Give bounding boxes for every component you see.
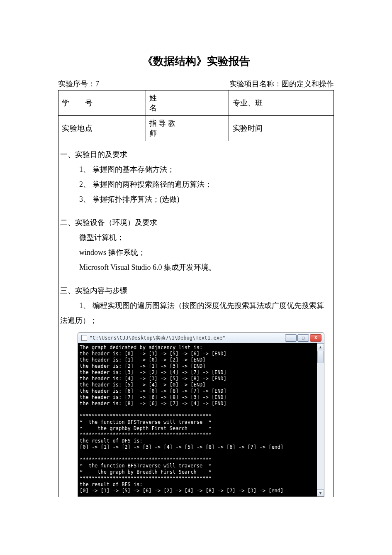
section-3-line-2: 法遍历）；: [60, 313, 332, 328]
chevron-down-icon: ▼: [319, 489, 321, 497]
section-2-heading: 二、实验设备（环境）及要求: [60, 215, 332, 230]
table-row: 实验地点 指导教师 实验时间: [58, 116, 334, 141]
scroll-down-button[interactable]: ▼: [317, 489, 324, 496]
maximize-button[interactable]: □: [297, 334, 309, 342]
section-3-line-1: 1、 编程实现图的遍历图算法（按图的深度优先搜索算法或广度优先搜索算: [60, 298, 332, 313]
console-window: "C:\Users\CJJ\Desktop\实验7\1\Debug\Text1.…: [78, 332, 324, 497]
section-1-item-1: 1、 掌握图的基本存储方法；: [60, 162, 332, 177]
maximize-icon: □: [302, 334, 304, 342]
seq-label: 实验序号：: [58, 80, 95, 88]
section-2-line-1: 微型计算机；: [60, 230, 332, 245]
section-1-heading: 一、实验目的及要求: [60, 147, 332, 162]
cell-student-id-value: [96, 90, 146, 116]
cell-class-value: [267, 90, 334, 116]
close-icon: X: [314, 333, 317, 342]
section-1-item-3: 3、 掌握拓扑排序算法；(选做): [60, 192, 332, 207]
chevron-up-icon: ▲: [319, 343, 321, 351]
body-content: 一、实验目的及要求 1、 掌握图的基本存储方法； 2、 掌握图的两种搜索路径的遍…: [58, 141, 334, 497]
section-3-heading: 三、实验内容与步骤: [60, 283, 332, 298]
cell-teacher-label: 指导教师: [146, 116, 179, 141]
scroll-thumb[interactable]: [317, 351, 324, 363]
cell-time-label: 实验时间: [229, 116, 267, 141]
close-button[interactable]: X: [310, 334, 321, 342]
cell-time-value: [267, 116, 334, 141]
cell-place-label: 实验地点: [58, 116, 96, 141]
cell-name-label: 姓 名: [146, 90, 179, 116]
minimize-button[interactable]: –: [285, 334, 297, 342]
info-table: 学 号 姓 名 专业、班 实验地点 指导教师 实验时间: [58, 90, 334, 141]
cell-teacher-value: [179, 116, 229, 141]
table-row: 学 号 姓 名 专业、班: [58, 90, 334, 116]
project-label: 实验项目名称：: [229, 80, 282, 88]
scroll-up-button[interactable]: ▲: [317, 343, 324, 350]
window-buttons: – □ X: [285, 334, 321, 342]
minimize-icon: –: [290, 334, 292, 342]
section-2-line-2: windows 操作系统；: [60, 245, 332, 260]
page-title: 《数据结构》实验报告: [58, 54, 334, 68]
console-title-text: "C:\Users\CJJ\Desktop\实验7\1\Debug\Text1.…: [90, 333, 285, 343]
console-output: The graph dedicated by adjacency list is…: [78, 343, 317, 496]
report-body-box: 学 号 姓 名 专业、班 实验地点 指导教师 实验时间 一、实验目的及要求 1、…: [58, 90, 334, 497]
project-field: 实验项目名称：图的定义和操作: [229, 79, 334, 89]
seq-field: 实验序号：7: [58, 79, 99, 89]
cell-name-value: [179, 90, 229, 116]
section-1-item-2: 2、 掌握图的两种搜索路径的遍历算法；: [60, 177, 332, 192]
scroll-track[interactable]: [317, 364, 324, 489]
cell-class-label: 专业、班: [229, 90, 267, 116]
console-body-wrap: The graph dedicated by adjacency list is…: [78, 343, 324, 496]
scrollbar[interactable]: ▲ ▼: [317, 343, 324, 496]
app-icon: [81, 335, 87, 341]
console-titlebar: "C:\Users\CJJ\Desktop\实验7\1\Debug\Text1.…: [78, 333, 324, 343]
seq-value: 7: [95, 80, 99, 88]
section-2-line-3: Microsoft Visual Studio 6.0 集成开发环境。: [60, 260, 332, 275]
cell-place-value: [96, 116, 146, 141]
cell-student-id-label: 学 号: [58, 90, 96, 116]
meta-row: 实验序号：7 实验项目名称：图的定义和操作: [58, 79, 334, 89]
project-value: 图的定义和操作: [282, 80, 334, 88]
